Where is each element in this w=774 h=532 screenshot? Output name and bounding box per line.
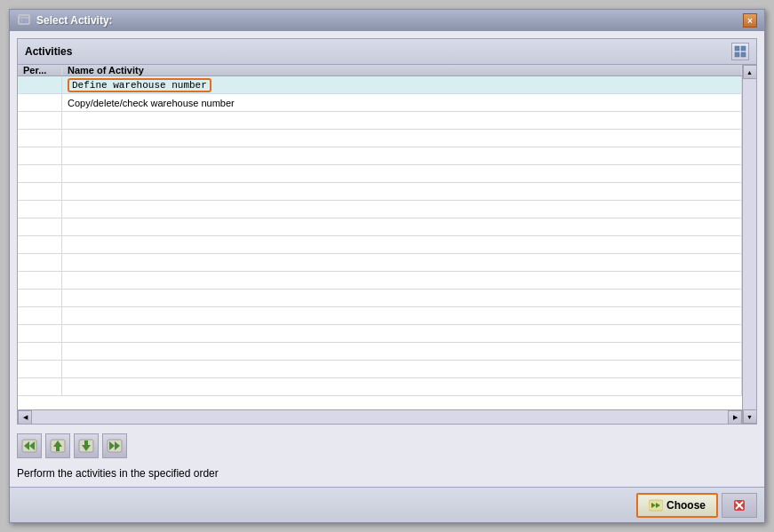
cell-per bbox=[18, 112, 62, 129]
cell-per bbox=[18, 94, 62, 111]
dialog-icon bbox=[17, 13, 31, 28]
move-down-button[interactable] bbox=[74, 433, 99, 458]
svg-rect-3 bbox=[25, 20, 28, 20]
cell-name bbox=[62, 325, 742, 342]
table-row[interactable] bbox=[18, 236, 742, 254]
col-per-header: Per... bbox=[18, 65, 62, 75]
cell-name bbox=[62, 378, 742, 395]
panel-header-row: Activities bbox=[18, 39, 756, 65]
table-row[interactable] bbox=[18, 147, 742, 165]
table-row[interactable] bbox=[18, 307, 742, 325]
table-row[interactable] bbox=[18, 218, 742, 236]
cell-name bbox=[62, 361, 742, 377]
grid-settings-icon[interactable] bbox=[731, 43, 749, 60]
cell-per bbox=[18, 254, 62, 271]
move-up-button[interactable] bbox=[45, 433, 70, 458]
table-row[interactable] bbox=[18, 183, 742, 201]
cell-per bbox=[18, 272, 62, 289]
title-bar-left: Select Activity: bbox=[17, 13, 113, 28]
cell-per bbox=[18, 147, 62, 164]
cell-name: Copy/delete/check warehouse number bbox=[62, 94, 742, 111]
cell-per bbox=[18, 307, 62, 324]
cell-per bbox=[18, 325, 62, 342]
toolbar bbox=[17, 432, 757, 460]
cell-name bbox=[62, 218, 742, 235]
cell-per bbox=[18, 76, 62, 93]
cell-per bbox=[18, 378, 62, 395]
scroll-up-btn[interactable]: ▲ bbox=[743, 65, 757, 79]
svg-rect-4 bbox=[25, 21, 28, 22]
cell-per bbox=[18, 361, 62, 377]
svg-rect-5 bbox=[735, 46, 739, 51]
scroll-down-btn[interactable]: ▼ bbox=[743, 409, 757, 424]
cell-name bbox=[62, 201, 742, 218]
bottom-bar: Choose bbox=[10, 487, 764, 522]
table-row[interactable] bbox=[18, 201, 742, 218]
cell-name: Define warehouse number bbox=[62, 76, 742, 93]
col-name-header: Name of Activity bbox=[62, 65, 742, 75]
svg-rect-8 bbox=[741, 52, 746, 57]
table-row[interactable] bbox=[18, 272, 742, 290]
panel-title: Activities bbox=[25, 45, 72, 58]
table-row[interactable] bbox=[18, 361, 742, 378]
table-row[interactable] bbox=[18, 165, 742, 183]
table-row[interactable] bbox=[18, 378, 742, 396]
cell-name bbox=[62, 272, 742, 289]
horizontal-scrollbar[interactable]: ◀ ▶ bbox=[18, 409, 742, 424]
cell-name bbox=[62, 147, 742, 164]
cell-per bbox=[18, 218, 62, 235]
cell-name bbox=[62, 254, 742, 271]
close-button[interactable]: × bbox=[743, 13, 757, 28]
svg-rect-14 bbox=[56, 447, 60, 451]
cell-per bbox=[18, 183, 62, 200]
cell-per bbox=[18, 290, 62, 306]
cancel-button[interactable] bbox=[722, 493, 757, 518]
cell-per bbox=[18, 201, 62, 218]
cell-name bbox=[62, 236, 742, 253]
vertical-scrollbar[interactable]: ▲ ▼ bbox=[742, 65, 756, 424]
cell-name bbox=[62, 165, 742, 182]
svg-rect-6 bbox=[741, 46, 746, 51]
cell-per bbox=[18, 236, 62, 253]
dialog-title: Select Activity: bbox=[36, 14, 113, 27]
title-bar: Select Activity: × bbox=[10, 10, 764, 31]
table-row[interactable] bbox=[18, 343, 742, 361]
table-row[interactable]: Copy/delete/check warehouse number bbox=[18, 94, 742, 112]
table-row[interactable] bbox=[18, 112, 742, 130]
cell-name bbox=[62, 183, 742, 200]
cell-per bbox=[18, 130, 62, 147]
cell-name bbox=[62, 130, 742, 147]
cell-name bbox=[62, 307, 742, 324]
info-text: Perform the activities in the specified … bbox=[17, 467, 757, 480]
move-last-button[interactable] bbox=[102, 433, 127, 458]
svg-rect-2 bbox=[20, 20, 23, 22]
cell-name bbox=[62, 290, 742, 306]
choose-button[interactable]: Choose bbox=[636, 493, 718, 518]
table-row[interactable] bbox=[18, 130, 742, 147]
dialog-body: Activities Per... Name of Activ bbox=[10, 31, 764, 487]
activities-panel: Activities Per... Name of Activ bbox=[17, 38, 757, 425]
cell-per bbox=[18, 165, 62, 182]
svg-rect-0 bbox=[19, 15, 29, 24]
cell-name bbox=[62, 112, 742, 129]
svg-rect-16 bbox=[84, 441, 88, 445]
table-row[interactable] bbox=[18, 254, 742, 272]
table-header: Per... Name of Activity bbox=[18, 65, 742, 76]
scroll-right-btn[interactable]: ▶ bbox=[728, 410, 742, 425]
cell-name bbox=[62, 343, 742, 360]
cell-per bbox=[18, 343, 62, 360]
table-row[interactable]: Define warehouse number bbox=[18, 76, 742, 94]
scroll-left-btn[interactable]: ◀ bbox=[18, 410, 32, 425]
select-activity-dialog: Select Activity: × Activities bbox=[9, 9, 765, 523]
svg-rect-7 bbox=[735, 52, 739, 57]
table-body: Define warehouse numberCopy/delete/check… bbox=[18, 76, 742, 409]
table-row[interactable] bbox=[18, 325, 742, 343]
table-row[interactable] bbox=[18, 290, 742, 307]
move-first-button[interactable] bbox=[17, 433, 42, 458]
